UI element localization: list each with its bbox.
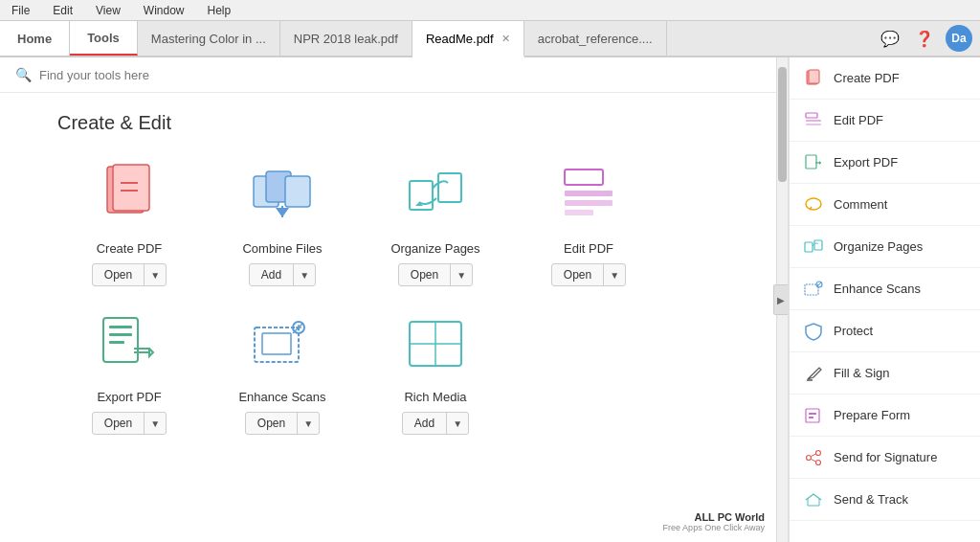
organize-pages-sidebar-icon [803,237,824,258]
enhance-scans-sidebar-label: Enhance Scans [834,282,921,296]
svg-rect-14 [565,210,593,215]
tool-enhance-scans: Enhance Scans Open ▼ [211,305,354,435]
chat-icon[interactable]: 💬 [877,25,903,52]
svg-rect-16 [109,326,132,328]
sidebar-item-edit-pdf[interactable]: Edit PDF [790,100,980,142]
tool-create-pdf: Create PDF Open ▼ [57,157,201,286]
tool-combine-files: Combine Files Add ▼ [211,157,354,286]
right-panel: Create PDF Edit PDF Export PDF Comment O [789,57,980,542]
scroll-thumb[interactable] [778,67,787,182]
tab-bar: Home Tools Mastering Color in ... NPR 20… [0,21,980,57]
edit-pdf-icon-wrap [546,157,632,234]
export-pdf-btn-wrap: Open ▼ [92,412,167,435]
tool-rich-media: Rich Media Add ▼ [364,305,507,435]
enhance-scans-btn[interactable]: Open ▼ [245,412,320,435]
sidebar-item-protect[interactable]: Protect [790,310,980,352]
user-avatar[interactable]: Da [946,25,972,52]
menu-view[interactable]: View [92,4,124,17]
svg-rect-36 [805,242,813,252]
svg-rect-17 [109,333,132,336]
tab-mastering-color[interactable]: Mastering Color in ... [138,21,280,56]
send-signature-sidebar-icon [803,447,824,468]
sidebar-item-comment[interactable]: Comment [790,184,980,226]
edit-pdf-sidebar-label: Edit PDF [834,113,883,127]
combine-files-icon-wrap [239,157,325,234]
send-track-sidebar-label: Send & Track [834,492,908,507]
edit-pdf-sidebar-icon [803,110,824,131]
export-pdf-sidebar-label: Export PDF [834,155,898,169]
menu-file[interactable]: File [8,4,33,17]
tab-tools[interactable]: Tools [70,21,138,56]
enhance-scans-label: Enhance Scans [238,390,325,404]
combine-files-btn[interactable]: Add ▼ [249,263,316,286]
combine-files-btn-wrap: Add ▼ [249,263,316,286]
protect-sidebar-label: Protect [834,324,873,338]
menu-help[interactable]: Help [204,4,235,17]
svg-rect-13 [565,200,612,206]
comment-sidebar-icon [803,194,824,215]
create-pdf-btn[interactable]: Open ▼ [92,263,167,286]
tab-readme-close[interactable]: ✕ [501,33,510,45]
svg-marker-34 [819,161,821,165]
export-pdf-label: Export PDF [97,390,161,404]
prepare-form-sidebar-label: Prepare Form [834,408,910,422]
comment-sidebar-label: Comment [834,197,887,212]
sidebar-item-send-track[interactable]: Send & Track [790,479,980,521]
create-pdf-btn-wrap: Open ▼ [92,263,167,286]
tab-acrobat[interactable]: acrobat_reference.... [524,21,667,56]
svg-rect-33 [806,155,816,169]
organize-pages-btn[interactable]: Open ▼ [398,263,473,286]
svg-rect-37 [814,240,822,250]
svg-rect-32 [806,124,821,125]
sidebar-item-create-pdf[interactable]: Create PDF [790,57,980,100]
rich-media-btn-wrap: Add ▼ [402,412,469,435]
section-title: Create & Edit [57,112,759,134]
organize-pages-icon-wrap [392,157,479,234]
svg-point-46 [816,450,821,455]
sidebar-item-send-signature[interactable]: Send for Signature [790,437,980,479]
svg-line-49 [812,459,816,462]
menu-edit[interactable]: Edit [49,4,77,17]
svg-rect-44 [809,417,813,418]
edit-pdf-btn[interactable]: Open ▼ [551,263,626,286]
svg-rect-18 [109,341,124,344]
main-layout: 🔍 Create & Edit Create PDF [0,57,980,542]
send-signature-sidebar-label: Send for Signature [834,450,937,464]
export-pdf-icon-wrap [86,305,172,382]
tools-grid: Create PDF Open ▼ [57,157,759,435]
search-icon: 🔍 [15,67,32,82]
tab-npr[interactable]: NPR 2018 leak.pdf [280,21,412,56]
svg-rect-11 [565,169,603,185]
tool-export-pdf: Export PDF Open ▼ [57,305,201,435]
edit-pdf-label: Edit PDF [564,241,613,256]
tab-readme[interactable]: ReadMe.pdf ✕ [412,21,524,57]
organize-pages-label: Organize Pages [390,241,479,256]
svg-rect-30 [806,113,817,118]
sidebar-item-organize-pages[interactable]: Organize Pages [790,226,980,268]
export-pdf-btn[interactable]: Open ▼ [92,412,167,435]
svg-rect-43 [809,413,816,415]
enhance-scans-btn-wrap: Open ▼ [245,412,320,435]
tool-edit-pdf: Edit PDF Open ▼ [517,157,660,286]
tools-section: Create & Edit Create PDF [0,93,788,454]
panel-collapse-arrow[interactable]: ▶ [773,284,789,315]
sidebar-item-prepare-form[interactable]: Prepare Form [790,395,980,437]
create-pdf-sidebar-label: Create PDF [834,71,900,85]
protect-sidebar-icon [803,321,824,342]
send-track-sidebar-icon [803,489,824,510]
svg-rect-29 [809,70,819,83]
enhance-scans-icon-wrap [239,305,325,382]
svg-point-35 [806,198,821,210]
help-icon[interactable]: ❓ [911,25,938,52]
left-panel: 🔍 Create & Edit Create PDF [0,57,789,542]
search-input[interactable] [39,68,772,82]
sidebar-item-export-pdf[interactable]: Export PDF [790,142,980,184]
prepare-form-sidebar-icon [803,405,824,426]
menu-window[interactable]: Window [140,4,189,17]
sidebar-item-fill-sign[interactable]: Fill & Sign [790,352,980,395]
tab-home[interactable]: Home [0,21,70,56]
rich-media-btn[interactable]: Add ▼ [402,412,469,435]
sidebar-item-enhance-scans[interactable]: Enhance Scans [790,268,980,310]
organize-pages-btn-wrap: Open ▼ [398,263,473,286]
watermark: ALL PC World Free Apps One Click Away [659,509,768,534]
